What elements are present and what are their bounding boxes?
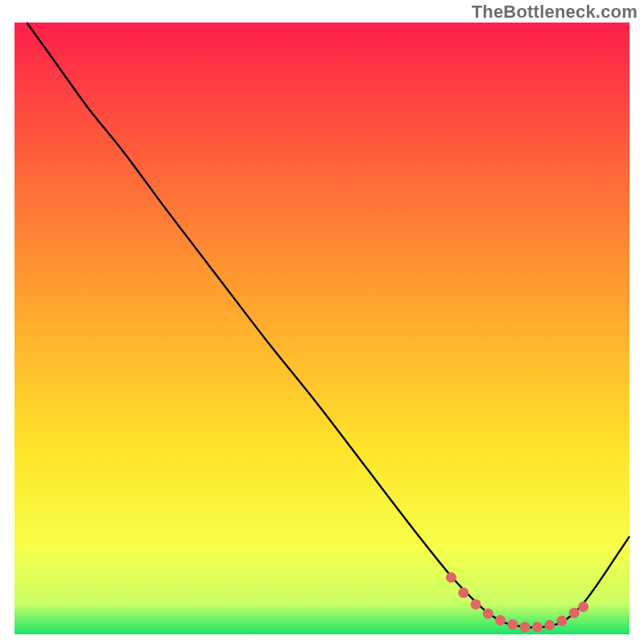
chart-container: TheBottleneck.com — [0, 0, 644, 644]
optimal-point-marker — [578, 601, 588, 612]
optimal-point-marker — [532, 621, 543, 632]
optimal-point-marker — [483, 609, 493, 619]
optimal-point-marker — [520, 621, 530, 632]
optimal-point-marker — [544, 620, 555, 630]
optimal-point-marker — [556, 616, 567, 626]
optimal-point-marker — [446, 572, 456, 583]
optimal-point-marker — [495, 615, 506, 625]
optimal-point-marker — [458, 588, 469, 598]
optimal-point-marker — [507, 619, 518, 630]
optimal-point-marker — [471, 599, 481, 609]
chart-background-gradient — [14, 23, 630, 634]
bottleneck-chart — [0, 0, 644, 644]
optimal-point-marker — [569, 608, 580, 618]
